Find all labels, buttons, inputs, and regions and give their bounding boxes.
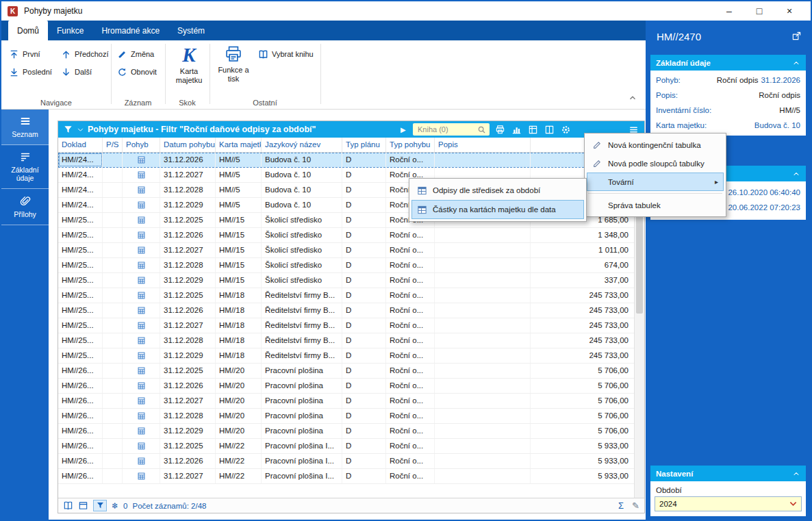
menu-item-nova-kontingencni-tabulka[interactable]: Nová kontingenční tabulka bbox=[587, 136, 724, 154]
tab-hromadne-akce[interactable]: Hromadné akce bbox=[92, 21, 168, 40]
sidebar-item-zakladni-udaje[interactable]: Základní údaje bbox=[1, 145, 49, 189]
table-row[interactable]: HM//26... 31.12.2026 HM//22 Pracovní plo… bbox=[58, 454, 635, 469]
cell-jazykovy-nazev: Ředitelství firmy B... bbox=[262, 333, 342, 348]
cell-doklad: HM//25... bbox=[58, 288, 103, 303]
change-button[interactable]: Změna bbox=[115, 47, 156, 62]
section-header-zakladni-udaje[interactable]: Základní údaje bbox=[650, 55, 806, 71]
table-row[interactable]: HM//26... 31.12.2026 HM//20 Pracovní plo… bbox=[58, 379, 635, 394]
minimize-button[interactable]: – bbox=[714, 1, 744, 21]
button-label: Funkce a tisk bbox=[212, 66, 255, 83]
sidebar-item-label: Seznam bbox=[12, 130, 38, 138]
filter-icon[interactable] bbox=[63, 121, 73, 138]
calendar-icon bbox=[123, 409, 160, 423]
column-header-jazykovy-nazev[interactable]: Jazykový název bbox=[262, 138, 342, 152]
menu-item-nova-podle-sloupcu[interactable]: Nová podle sloupců tabulky bbox=[587, 154, 724, 173]
table-row[interactable]: HM//24... 31.12.2026 HM//5 Budova č. 10 … bbox=[58, 153, 635, 168]
section-header-nastaveni[interactable]: Nastavení bbox=[650, 466, 806, 481]
sidebar-item-prilohy[interactable]: Přílohy bbox=[1, 189, 49, 225]
table-row[interactable]: HM//25... 31.12.2025 HM//18 Ředitelství … bbox=[58, 288, 635, 303]
audit-datetime[interactable]: 26.10.2020 06:40:40 bbox=[728, 188, 800, 196]
table-row[interactable]: HM//25... 31.12.2028 HM//15 Školicí stře… bbox=[58, 258, 635, 273]
table-row[interactable]: HM//26... 31.12.2027 HM//22 Pracovní plo… bbox=[58, 469, 635, 484]
table-row[interactable]: HM//26... 31.12.2029 HM//20 Pracovní plo… bbox=[58, 424, 635, 439]
previous-record-button[interactable]: Předchozí bbox=[59, 47, 111, 62]
table-row[interactable]: HM//26... 31.12.2027 HM//20 Pracovní plo… bbox=[58, 394, 635, 409]
last-record-button[interactable]: Poslední bbox=[7, 64, 54, 79]
collapse-section-icon[interactable] bbox=[792, 170, 800, 178]
calendar-icon bbox=[123, 439, 160, 453]
collapse-section-icon[interactable] bbox=[792, 59, 800, 67]
report-table-icon bbox=[416, 205, 428, 215]
book-view-icon[interactable] bbox=[63, 500, 73, 511]
settings-gear-icon[interactable] bbox=[561, 121, 571, 138]
table-row[interactable]: HM//26... 31.12.2025 HM//22 Pracovní plo… bbox=[58, 439, 635, 454]
collapse-section-icon[interactable] bbox=[792, 470, 800, 478]
table-row[interactable]: HM//25... 31.12.2026 HM//18 Ředitelství … bbox=[58, 303, 635, 318]
sum-icon[interactable]: Σ bbox=[618, 500, 624, 511]
card-view-icon[interactable] bbox=[78, 500, 88, 511]
cell-datum-pohybu: 31.12.2027 bbox=[160, 469, 216, 483]
table-row[interactable]: HM//25... 31.12.2029 HM//15 Školicí stře… bbox=[58, 273, 635, 288]
field-link[interactable]: 31.12.2026 bbox=[761, 76, 800, 84]
audit-datetime[interactable]: 20.06.2022 07:20:23 bbox=[728, 203, 800, 212]
pivot-table-icon[interactable] bbox=[528, 121, 538, 138]
column-header-popis[interactable]: Popis bbox=[435, 138, 531, 152]
columns-icon[interactable] bbox=[544, 121, 555, 138]
snowflake-icon[interactable]: ❄ bbox=[112, 501, 118, 511]
table-row[interactable]: HM//26... 31.12.2028 HM//20 Pracovní plo… bbox=[58, 409, 635, 424]
functions-print-button[interactable]: Funkce a tisk bbox=[212, 45, 255, 83]
arrow-down-icon bbox=[61, 67, 71, 77]
maximize-button[interactable]: □ bbox=[744, 1, 774, 21]
column-header-datum-pohybu[interactable]: Datum pohybu bbox=[160, 138, 216, 152]
list-icon bbox=[19, 116, 31, 127]
column-header-karta-majetku[interactable]: Karta majetku bbox=[216, 138, 262, 152]
field-link[interactable]: Budova č. 10 bbox=[754, 121, 800, 129]
tab-system[interactable]: Systém bbox=[168, 21, 214, 40]
column-header-typ-planu[interactable]: Typ plánu bbox=[342, 138, 386, 152]
first-record-button[interactable]: První bbox=[7, 47, 42, 62]
column-header-pohyb[interactable]: Pohyb bbox=[123, 138, 160, 152]
column-header-doklad[interactable]: Doklad bbox=[58, 138, 103, 152]
filter-active-button[interactable] bbox=[93, 500, 107, 511]
chart-icon[interactable] bbox=[511, 121, 522, 138]
cell-doklad: HM//26... bbox=[58, 469, 103, 483]
table-row[interactable]: HM//25... 31.12.2026 HM//15 Školicí stře… bbox=[58, 228, 635, 243]
open-record-button[interactable] bbox=[791, 31, 802, 44]
cell-karta-majetku: HM//15 bbox=[216, 258, 262, 272]
field-value: HM//5 bbox=[779, 106, 800, 114]
close-button[interactable]: × bbox=[774, 1, 804, 21]
column-header-typ-pohybu[interactable]: Typ pohybu bbox=[386, 138, 435, 152]
cell-castka: 1 011,00 bbox=[531, 243, 635, 257]
dropdown-chevron-icon[interactable] bbox=[789, 501, 797, 507]
filter-dropdown-icon[interactable] bbox=[77, 121, 84, 138]
edit-icon[interactable]: ✎ bbox=[632, 500, 639, 511]
tab-domu[interactable]: Domů bbox=[8, 21, 48, 40]
table-row[interactable]: HM//25... 31.12.2027 HM//18 Ředitelství … bbox=[58, 318, 635, 333]
cell-karta-majetku: HM//15 bbox=[216, 273, 262, 288]
menu-item-odpisy-dle-stredisek[interactable]: Odpisy dle středisek za období bbox=[411, 181, 584, 200]
table-row[interactable]: HM//25... 31.12.2027 HM//15 Školicí stře… bbox=[58, 243, 635, 258]
menu-item-tovarni[interactable]: Tovární ▸ bbox=[587, 173, 724, 191]
column-header-ps[interactable]: P/S bbox=[103, 138, 123, 152]
select-book-button[interactable]: Vybrat knihu bbox=[256, 47, 316, 62]
cell-karta-majetku: HM//18 bbox=[216, 333, 262, 348]
cell-popis bbox=[435, 333, 531, 348]
print-icon[interactable] bbox=[495, 121, 505, 138]
tab-funkce[interactable]: Funkce bbox=[48, 21, 92, 40]
menu-item-castky-na-kartach[interactable]: Částky na kartách majetku dle data bbox=[411, 200, 584, 219]
table-row[interactable]: HM//25... 31.12.2029 HM//18 Ředitelství … bbox=[58, 348, 635, 364]
run-filter-icon[interactable]: ▶ bbox=[401, 121, 406, 138]
menu-item-sprava-tabulek[interactable]: Správa tabulek bbox=[587, 196, 724, 214]
cell-doklad: HM//25... bbox=[58, 318, 103, 333]
calendar-icon bbox=[123, 303, 160, 318]
period-combobox[interactable]: 2024 bbox=[655, 496, 802, 511]
next-record-button[interactable]: Další bbox=[59, 64, 94, 79]
table-row[interactable]: HM//25... 31.12.2028 HM//18 Ředitelství … bbox=[58, 333, 635, 348]
refresh-button[interactable]: Obnovit bbox=[115, 64, 159, 79]
collapse-ribbon-button[interactable] bbox=[628, 93, 637, 105]
asset-card-button[interactable]: K Karta majetku bbox=[168, 45, 210, 84]
sidebar-item-seznam[interactable]: Seznam bbox=[1, 110, 49, 145]
group-label-navigace: Navigace bbox=[1, 99, 111, 107]
table-row[interactable]: HM//26... 31.12.2025 HM//20 Pracovní plo… bbox=[58, 364, 635, 379]
book-search-input[interactable] bbox=[416, 125, 474, 134]
